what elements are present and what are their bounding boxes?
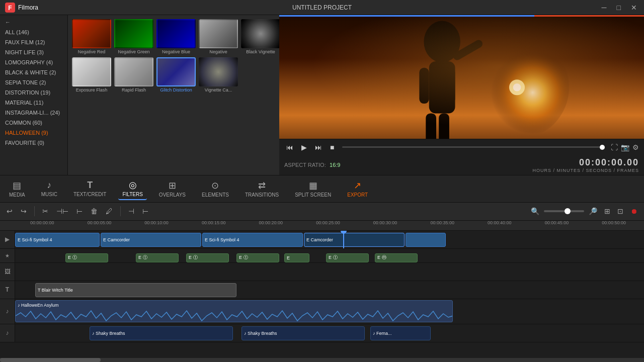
filter-panel: Negative Red Negative Green Negative Blu… (68, 15, 279, 175)
preview-progress[interactable] (342, 146, 605, 148)
filter-thumb-neg-green (114, 19, 153, 48)
svg-point-13 (513, 83, 521, 92)
sidebar-item-common[interactable]: COMMON (60) (0, 118, 67, 128)
sidebar-item-night-life[interactable]: NIGHT LIFE (3) (0, 47, 67, 57)
ruler-tick-0: 00:00:00:00 (30, 221, 54, 226)
filter-black-vignette[interactable]: Black Vignette (241, 19, 279, 54)
svg-rect-6 (419, 68, 429, 104)
sidebar-item-faux-film[interactable]: FAUX FILM (12) (0, 37, 67, 47)
rewind-button[interactable]: ⏮ (284, 142, 295, 152)
filter-thumb-exposure-flash (72, 57, 111, 86)
stop-button[interactable]: ■ (328, 142, 336, 152)
toolbar-split-screen[interactable]: ▦ SPLIT SCREEN (291, 178, 335, 200)
toolbar-text[interactable]: T TEXT/CREDIT (69, 178, 111, 199)
toolbar-elements[interactable]: ⊙ ELEMENTS (198, 178, 233, 200)
clip-camcorder-2[interactable]: E Camcorder (304, 233, 405, 247)
sidebar-item-distortion[interactable]: DISTORTION (19) (0, 87, 67, 98)
timeline-scrollbar[interactable] (0, 358, 644, 362)
sidebar-back-button[interactable]: ← (0, 17, 67, 27)
filter-negative-red[interactable]: Negative Red (72, 19, 111, 54)
toolbar-export[interactable]: ↗ EXPORT (343, 178, 372, 200)
filter-negative-blue[interactable]: Negative Blue (156, 19, 196, 54)
export-icon: ↗ (354, 180, 361, 191)
clip-sci-fi-2[interactable]: E Sci-fi Symbol 4 (202, 233, 303, 247)
maximize-button[interactable]: □ (614, 3, 624, 13)
undo-button[interactable]: ↩ (4, 206, 15, 217)
effects-track-icon: ★ (0, 249, 15, 262)
svg-rect-2 (279, 17, 644, 139)
toolbar-music[interactable]: ♪ MUSIC (37, 178, 61, 199)
filter-glitch-distortion[interactable]: Glitch Distortion (156, 57, 196, 93)
svg-rect-9 (439, 113, 449, 138)
effect-5[interactable]: E (284, 253, 309, 262)
ruler-tick-7: 00:00:35:00 (430, 221, 454, 226)
zoom-slider[interactable] (544, 210, 584, 212)
clip-video-5[interactable] (406, 233, 446, 247)
next-clip-button[interactable]: ⊢ (140, 206, 151, 217)
timeline-tracks: ▶ E Sci-fi Symbol 4 E Camcorder E Sci-fi… (0, 231, 644, 358)
filter-negative-green[interactable]: Negative Green (114, 19, 153, 54)
paint-button[interactable]: 🖊 (103, 206, 115, 217)
toolbar-overlays[interactable]: ⊞ OVERLAYS (155, 178, 190, 200)
sidebar-item-all[interactable]: ALL (146) (0, 27, 67, 37)
clip-shaky-breaths-2[interactable]: ♪ Shaky Breaths (242, 326, 365, 340)
filters-icon: ◎ (129, 179, 137, 191)
filter-exposure-flash[interactable]: Exposure Flash (72, 57, 111, 93)
clip-camcorder-1[interactable]: E Camcorder (101, 233, 201, 247)
fit-timeline-button[interactable]: ⊞ (602, 206, 613, 217)
toolbar-transitions[interactable]: ⇄ TRANSITIONS (241, 178, 283, 200)
close-button[interactable]: ✕ (628, 3, 640, 13)
clip-sci-fi-1[interactable]: E Sci-fi Symbol 4 (15, 233, 100, 247)
svg-text:F: F (8, 5, 12, 12)
screenshot-icon[interactable]: 📷 (621, 143, 629, 151)
snap-button[interactable]: ⊡ (615, 206, 626, 217)
sidebar-item-lomography[interactable]: LOMOGRAPHY (4) (0, 57, 67, 67)
clip-blair-witch-title[interactable]: T Blair Witch Title (35, 283, 236, 297)
record-button[interactable]: ⏺ (628, 206, 640, 217)
effect-3[interactable]: E ⓣ (186, 253, 229, 262)
scrollbar-thumb[interactable] (0, 358, 101, 362)
trim-button[interactable]: ⊢ (74, 206, 85, 217)
filter-rapid-flash[interactable]: Rapid Flash (114, 57, 153, 93)
filter-label-neg-green: Negative Green (118, 49, 149, 54)
sidebar-item-sepia-tone[interactable]: SEPIA TONE (2) (0, 77, 67, 87)
prev-clip-button[interactable]: ⊣ (126, 206, 137, 217)
title-track-content: T Blair Witch Title (15, 281, 644, 299)
clip-fema[interactable]: ♪ Fema... (370, 326, 431, 340)
transitions-icon: ⇄ (258, 180, 266, 191)
scissors-button[interactable]: ✂ (40, 206, 51, 217)
zoom-out-button[interactable]: 🔍 (528, 206, 542, 217)
effect-7[interactable]: E ⓜ (375, 253, 418, 262)
redo-button[interactable]: ↪ (18, 206, 29, 217)
ripple-button[interactable]: ⊣⊢ (54, 206, 71, 217)
elements-icon: ⊙ (211, 180, 219, 191)
toolbar-media[interactable]: ▤ MEDIA (5, 178, 29, 200)
clip-shaky-breaths-1[interactable]: ♪ Shaky Breaths (90, 326, 233, 340)
delete-button[interactable]: 🗑 (88, 206, 100, 217)
zoom-in-button[interactable]: 🔎 (586, 206, 600, 217)
effect-1[interactable]: E ⓣ (65, 253, 108, 262)
effect-4[interactable]: E ⓣ (236, 253, 279, 262)
sidebar-item-material[interactable]: MATERIAL (11) (0, 98, 67, 108)
toolbar: ▤ MEDIA ♪ MUSIC T TEXT/CREDIT ◎ FILTERS … (0, 175, 644, 203)
play-button[interactable]: ▶ (299, 142, 309, 152)
filter-vignette-ca[interactable]: Vignette Ca... (199, 57, 238, 93)
sidebar-item-instagram[interactable]: INSTAGRAM-LI... (24) (0, 108, 67, 118)
image-track-content (15, 263, 644, 281)
effect-2[interactable]: E ⓣ (136, 253, 179, 262)
clip-halloween-asylum[interactable]: ♪ HalloweEn Asylum (15, 300, 453, 322)
sidebar-item-halloween[interactable]: HALLOWEEN (9) (0, 128, 67, 138)
sidebar-item-favourite[interactable]: FAVOURITE (0) (0, 138, 67, 148)
preview-icons: ⛶ 📷 ⚙ (611, 143, 639, 151)
filter-negative[interactable]: Negative (199, 19, 238, 54)
effect-6[interactable]: E ⓣ (326, 253, 369, 262)
effects-track-content: E ⓣ E ⓣ E ⓣ E ⓣ E E ⓣ E ⓜ (15, 249, 644, 262)
overlays-icon: ⊞ (169, 180, 176, 191)
minimize-button[interactable]: ─ (599, 3, 610, 13)
sidebar-item-black-white[interactable]: BLACK & WHITE (2) (0, 67, 67, 77)
fullscreen-icon[interactable]: ⛶ (611, 143, 618, 151)
settings-icon[interactable]: ⚙ (632, 143, 639, 151)
fast-forward-button[interactable]: ⏭ (313, 142, 324, 152)
svg-rect-8 (426, 113, 436, 138)
toolbar-filters[interactable]: ◎ FILTERS (118, 177, 146, 200)
